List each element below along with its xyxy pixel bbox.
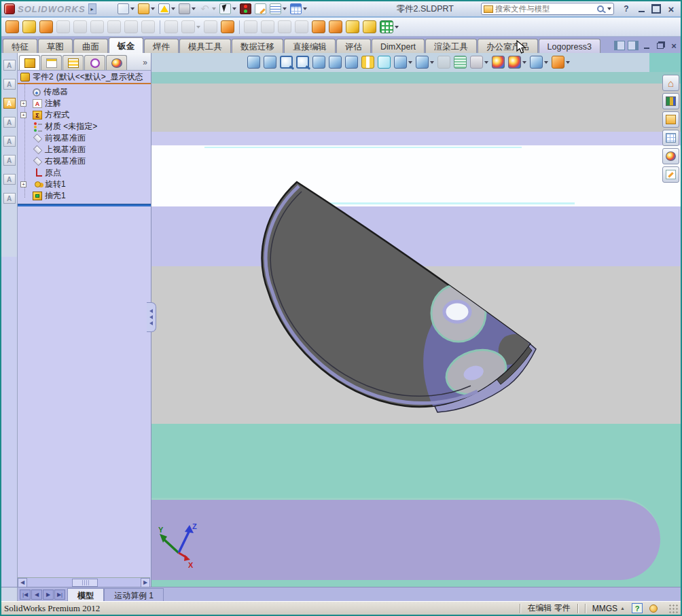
command-tab[interactable]: 特征 (3, 39, 37, 53)
search-options-caret-icon[interactable] (607, 7, 611, 10)
hem-icon[interactable] (90, 19, 105, 35)
dropdown-caret-icon[interactable] (283, 7, 287, 10)
maximize-icon[interactable] (649, 3, 663, 15)
menu-expand-arrow-icon[interactable]: ▸ (88, 3, 96, 14)
close-icon[interactable]: × (664, 3, 678, 15)
command-tab[interactable]: 曲面 (73, 39, 108, 53)
cross-break-icon[interactable] (141, 19, 156, 35)
help-icon[interactable]: ? (620, 3, 633, 15)
fold-icon[interactable] (328, 19, 343, 35)
expand-toggle-icon[interactable]: + (20, 112, 26, 118)
break-corner-icon[interactable] (203, 19, 218, 35)
command-tab[interactable]: 办公室产品 (478, 39, 538, 53)
jog-icon[interactable] (107, 19, 122, 35)
flatten-icon[interactable] (345, 19, 360, 35)
toolbar-separator[interactable] (237, 20, 241, 35)
expand-pane-icon[interactable] (628, 41, 639, 50)
dropdown-caret-icon[interactable] (395, 26, 399, 29)
document-tab[interactable]: 模型 (67, 588, 104, 601)
spellcheck-tool-icon[interactable] (3, 77, 16, 91)
panel-collapse-splitter[interactable] (147, 302, 156, 332)
corner-relief-icon[interactable] (181, 19, 201, 35)
file-properties-icon[interactable] (254, 2, 267, 16)
feature-tree-item[interactable]: + 传感器 (18, 86, 151, 98)
rebuild-traffic-light-icon[interactable] (239, 2, 252, 16)
feature-tree-item[interactable]: + 材质 <未指定> (18, 121, 151, 132)
image-note-icon[interactable] (3, 173, 16, 186)
lock-note-icon[interactable] (3, 153, 16, 167)
command-tab[interactable]: DimXpert (372, 39, 425, 53)
view-orientation-icon[interactable] (377, 55, 391, 69)
scroll-next-icon[interactable]: ▶ (43, 590, 54, 600)
command-tab[interactable]: 渲染工具 (425, 39, 477, 53)
dropdown-caret-icon[interactable] (212, 7, 216, 10)
restore-icon[interactable] (655, 41, 666, 50)
dropdown-caret-icon[interactable] (151, 7, 155, 10)
hyperlink-tool-icon[interactable] (3, 192, 16, 205)
search-icon[interactable] (597, 5, 604, 12)
display-mode-icon[interactable] (415, 55, 435, 69)
hide-show-items-icon[interactable] (437, 55, 451, 69)
open-folder-icon[interactable] (137, 2, 156, 16)
undo-icon[interactable] (198, 2, 217, 16)
command-tab[interactable]: 评估 (336, 39, 371, 53)
pane-vertical-icon[interactable] (247, 55, 261, 69)
appearances-ball-icon[interactable] (491, 55, 505, 69)
command-tab[interactable]: 草图 (38, 39, 73, 53)
dropdown-caret-icon[interactable] (232, 7, 236, 10)
design-library-icon[interactable] (662, 93, 679, 109)
feature-tree-item[interactable]: + 旋转1 (18, 179, 151, 190)
dropdown-caret-icon[interactable] (130, 7, 134, 10)
view-palette-icon[interactable] (662, 130, 679, 146)
feature-tree-item[interactable]: + 方程式 (18, 109, 151, 121)
scroll-first-icon[interactable]: |◀ (20, 590, 31, 600)
new-document-icon[interactable] (117, 2, 135, 16)
file-explorer-icon[interactable] (662, 111, 679, 128)
dropdown-caret-icon[interactable] (484, 61, 488, 64)
expand-toggle-icon[interactable]: + (20, 181, 26, 187)
dropdown-caret-icon[interactable] (171, 7, 175, 10)
edge-flange-icon[interactable] (56, 19, 71, 35)
dropdown-caret-icon[interactable] (430, 61, 434, 64)
forming-tool-icon[interactable] (220, 19, 235, 35)
appearances-icon[interactable] (662, 148, 679, 164)
rip-icon[interactable] (379, 19, 399, 35)
appearance-stripes-icon[interactable] (453, 55, 467, 69)
convert-to-sheetmetal-icon[interactable] (22, 19, 37, 35)
resize-grip[interactable] (668, 604, 678, 613)
feature-tree-item[interactable]: + 注解 (18, 98, 151, 109)
scene-icon[interactable] (529, 55, 549, 69)
unit-system-selector[interactable]: MMGS ▲ (592, 604, 625, 613)
tree-horizontal-scrollbar[interactable]: ◀ ▶ (18, 577, 150, 587)
sketched-bend-icon[interactable] (124, 19, 139, 35)
minimize-icon[interactable] (634, 3, 648, 15)
shelled-hemisphere-model[interactable] (151, 53, 681, 587)
search-box[interactable] (481, 3, 614, 15)
status-tray-icon[interactable] (649, 604, 658, 613)
view-telescope-icon[interactable] (328, 55, 342, 69)
command-tab[interactable]: Logopress3 (539, 39, 600, 53)
close-icon[interactable]: × (668, 41, 679, 50)
command-tab[interactable]: 钣金 (109, 37, 143, 53)
configurationmanager-tab-icon[interactable] (62, 55, 84, 70)
annotation-view-icon[interactable] (3, 134, 16, 148)
dropdown-caret-icon[interactable] (522, 61, 526, 64)
command-tab[interactable]: 直接编辑 (284, 39, 336, 53)
search-input[interactable] (495, 5, 595, 13)
graphics-viewport[interactable]: Y Z X (151, 53, 681, 587)
collapse-pane-icon[interactable] (614, 41, 625, 50)
dropdown-caret-icon[interactable] (544, 61, 548, 64)
save-icon[interactable] (158, 2, 176, 16)
print-icon[interactable] (178, 2, 196, 16)
lofted-bend-icon[interactable] (39, 19, 54, 35)
options-list-icon[interactable] (269, 2, 287, 16)
zoom-area-icon[interactable] (295, 55, 310, 69)
expand-toggle-icon[interactable]: + (20, 101, 26, 107)
toolbar-separator[interactable] (158, 20, 162, 35)
insert-bends-icon[interactable] (362, 19, 377, 35)
tab-overflow-chevron-icon[interactable]: » (141, 58, 149, 70)
instant3d-icon[interactable] (551, 55, 571, 69)
displaymanager-tab-icon[interactable] (106, 55, 127, 70)
featuremanager-tab-icon[interactable] (19, 55, 40, 70)
note-tool-icon[interactable] (3, 58, 16, 72)
